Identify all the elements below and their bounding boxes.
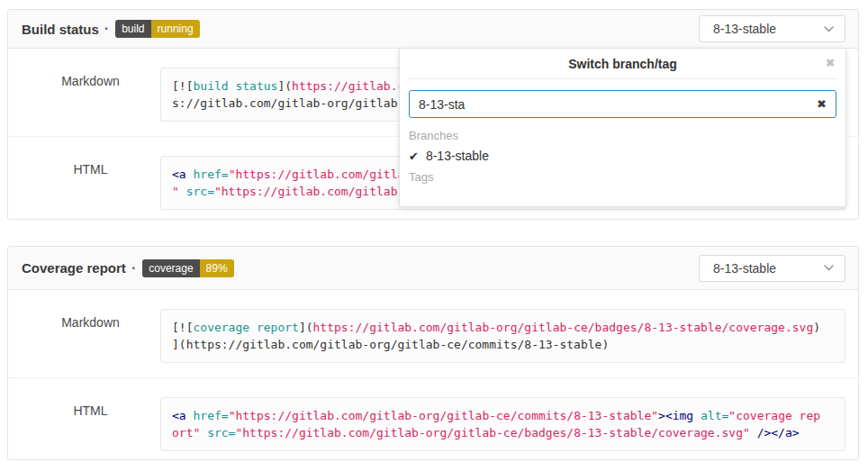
panel-title: Coverage report [22, 260, 126, 276]
chevron-down-icon [824, 26, 834, 32]
branch-selector-button[interactable]: 8-13-stable [699, 255, 845, 282]
markdown-label: Markdown [21, 68, 160, 122]
close-icon[interactable]: ✖ [826, 58, 835, 68]
markdown-label: Markdown [21, 309, 160, 363]
html-code-block[interactable]: <a href="https://gitlab.com/gitlab-org/g… [160, 397, 845, 451]
dropdown-title-bar: Switch branch/tag ✖ [407, 49, 838, 79]
markdown-row: Markdown [![coverage report](https://git… [8, 290, 858, 377]
title-separator: · [104, 21, 109, 37]
html-label: HTML [21, 156, 160, 210]
branches-group-header: Branches [409, 125, 836, 145]
badge-value: 89% [200, 259, 234, 277]
coverage-report-panel-header: Coverage report · coverage 89% 8-13-stab… [8, 247, 858, 290]
branch-search: ✖ [400, 79, 845, 120]
chevron-down-icon [824, 265, 834, 271]
build-status-badge: build running [115, 20, 199, 38]
markdown-code-block[interactable]: [![coverage report](https://gitlab.com/g… [160, 309, 845, 363]
check-icon: ✔ [409, 149, 419, 163]
branch-item-8-13-stable[interactable]: ✔ 8-13-stable [409, 145, 836, 167]
coverage-report-panel: Coverage report · coverage 89% 8-13-stab… [7, 246, 859, 460]
coverage-badge: coverage 89% [142, 259, 233, 277]
coverage-report-panel-body: Markdown [![coverage report](https://git… [8, 290, 858, 466]
html-row: HTML <a href="https://gitlab.com/gitlab-… [8, 377, 858, 466]
badge-key: coverage [142, 259, 199, 277]
badge-key: build [115, 20, 150, 38]
dropdown-title: Switch branch/tag [568, 57, 677, 71]
tags-group-header: Tags [409, 167, 836, 186]
branch-search-input[interactable] [409, 90, 836, 118]
html-label: HTML [21, 397, 160, 451]
branch-selector-label: 8-13-stable [713, 261, 776, 276]
branch-list: Branches ✔ 8-13-stable Tags [400, 120, 845, 195]
badge-value: running [151, 20, 200, 38]
clear-search-icon[interactable]: ✖ [817, 98, 827, 110]
branch-selector-button[interactable]: 8-13-stable [699, 15, 845, 42]
branch-selector-label: 8-13-stable [713, 22, 776, 36]
panel-title: Build status [22, 22, 99, 37]
switch-branch-dropdown: Switch branch/tag ✖ ✖ Branches ✔ 8-13-st… [399, 48, 846, 207]
title-separator: · [131, 260, 136, 276]
build-status-panel-header: Build status · build running 8-13-stable [8, 10, 858, 49]
branch-item-label: 8-13-stable [426, 149, 489, 163]
